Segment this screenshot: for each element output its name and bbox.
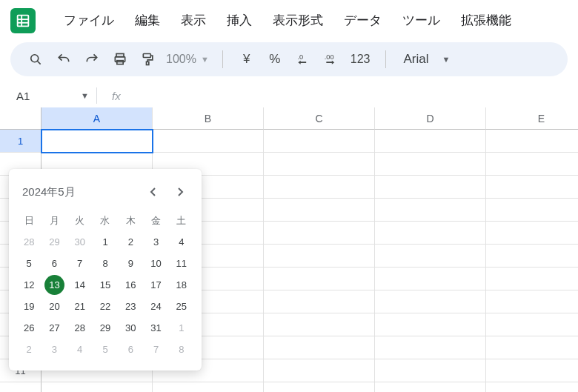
cell[interactable]: [264, 382, 375, 392]
calendar-day[interactable]: 8: [169, 339, 194, 360]
cell[interactable]: [375, 199, 486, 222]
cell[interactable]: [375, 176, 486, 199]
calendar-day[interactable]: 6: [41, 253, 67, 274]
name-box[interactable]: A1 ▼: [9, 85, 96, 106]
cell[interactable]: [375, 130, 486, 153]
calendar-day[interactable]: 18: [169, 274, 194, 296]
cell[interactable]: [486, 245, 578, 268]
cell[interactable]: [375, 382, 486, 392]
calendar-day[interactable]: 22: [93, 296, 118, 317]
increase-decimal-icon[interactable]: .00: [318, 46, 345, 73]
cell[interactable]: [375, 313, 486, 336]
prev-month-button[interactable]: [145, 184, 162, 200]
calendar-day[interactable]: 20: [41, 296, 67, 317]
calendar-day[interactable]: 6: [118, 339, 143, 360]
cell[interactable]: [375, 290, 486, 313]
calendar-day[interactable]: 30: [118, 317, 143, 339]
calendar-day[interactable]: 13: [41, 274, 67, 296]
percent-button[interactable]: %: [262, 46, 288, 73]
row-header[interactable]: [0, 382, 41, 392]
calendar-day[interactable]: 12: [16, 274, 41, 296]
column-header[interactable]: D: [375, 107, 486, 130]
calendar-day[interactable]: 3: [143, 231, 168, 253]
calendar-day[interactable]: 27: [41, 317, 67, 339]
cell[interactable]: [486, 359, 578, 382]
cell[interactable]: [486, 153, 578, 176]
cell[interactable]: [264, 176, 375, 199]
calendar-day[interactable]: 29: [41, 231, 67, 253]
cell[interactable]: [375, 153, 486, 176]
row-header[interactable]: 1: [0, 130, 41, 153]
cell[interactable]: [264, 313, 375, 336]
zoom-dropdown[interactable]: 100% ▼: [163, 53, 212, 66]
cell[interactable]: [264, 130, 375, 153]
cell[interactable]: [264, 153, 375, 176]
sheets-logo-icon[interactable]: [10, 8, 36, 33]
column-header[interactable]: A: [41, 107, 153, 130]
column-header[interactable]: E: [486, 107, 578, 130]
calendar-day[interactable]: 16: [118, 274, 143, 296]
calendar-day[interactable]: 26: [16, 317, 41, 339]
calendar-day[interactable]: 7: [143, 339, 168, 360]
calendar-day[interactable]: 2: [16, 339, 41, 360]
cell[interactable]: [41, 130, 153, 153]
number-format-button[interactable]: 123: [346, 53, 375, 66]
calendar-day[interactable]: 29: [93, 317, 118, 339]
cell[interactable]: [375, 222, 486, 245]
calendar-day[interactable]: 5: [16, 253, 41, 274]
calendar-day[interactable]: 1: [169, 317, 194, 339]
cell[interactable]: [486, 222, 578, 245]
calendar-day[interactable]: 28: [16, 231, 41, 253]
cell[interactable]: [486, 199, 578, 222]
calendar-day[interactable]: 28: [67, 317, 93, 339]
cell[interactable]: [264, 268, 375, 290]
calendar-day[interactable]: 1: [93, 231, 118, 253]
calendar-day[interactable]: 10: [143, 253, 168, 274]
cell[interactable]: [486, 382, 578, 392]
calendar-day[interactable]: 11: [169, 253, 194, 274]
next-month-button[interactable]: [172, 184, 188, 200]
calendar-day[interactable]: 15: [93, 274, 118, 296]
cell[interactable]: [264, 336, 375, 359]
calendar-day[interactable]: 14: [67, 274, 93, 296]
redo-icon[interactable]: [79, 46, 105, 73]
calendar-day[interactable]: 30: [67, 231, 93, 253]
menu-format[interactable]: 表示形式: [262, 7, 333, 33]
calendar-day[interactable]: 21: [67, 296, 93, 317]
cell[interactable]: [264, 199, 375, 222]
cell[interactable]: [153, 130, 264, 153]
decrease-decimal-icon[interactable]: .0: [290, 46, 316, 73]
calendar-day[interactable]: 4: [169, 231, 194, 253]
cell[interactable]: [375, 359, 486, 382]
calendar-day[interactable]: 2: [118, 231, 143, 253]
cell[interactable]: [486, 290, 578, 313]
search-icon[interactable]: [22, 46, 49, 73]
calendar-day[interactable]: 17: [143, 274, 168, 296]
calendar-day[interactable]: 31: [143, 317, 168, 339]
undo-icon[interactable]: [50, 46, 77, 73]
column-header[interactable]: B: [153, 107, 264, 130]
calendar-day[interactable]: 9: [118, 253, 143, 274]
column-header[interactable]: C: [264, 107, 375, 130]
calendar-day[interactable]: 8: [93, 253, 118, 274]
print-icon[interactable]: [107, 46, 133, 73]
font-dropdown[interactable]: Arial ▼: [396, 52, 458, 67]
menu-data[interactable]: データ: [333, 7, 392, 33]
cell[interactable]: [41, 382, 153, 392]
calendar-day[interactable]: 23: [118, 296, 143, 317]
cell[interactable]: [264, 222, 375, 245]
menu-file[interactable]: ファイル: [53, 7, 124, 33]
calendar-day[interactable]: 25: [169, 296, 194, 317]
paint-format-icon[interactable]: [135, 46, 162, 73]
menu-insert[interactable]: 挿入: [216, 7, 262, 33]
cell[interactable]: [486, 176, 578, 199]
calendar-day[interactable]: 3: [41, 339, 67, 360]
calendar-day[interactable]: 7: [67, 253, 93, 274]
menu-extensions[interactable]: 拡張機能: [451, 7, 522, 33]
menu-edit[interactable]: 編集: [124, 7, 170, 33]
menu-tools[interactable]: ツール: [392, 7, 451, 33]
calendar-day[interactable]: 4: [67, 339, 93, 360]
cell[interactable]: [264, 290, 375, 313]
cell[interactable]: [486, 268, 578, 290]
select-all-corner[interactable]: [0, 107, 41, 130]
